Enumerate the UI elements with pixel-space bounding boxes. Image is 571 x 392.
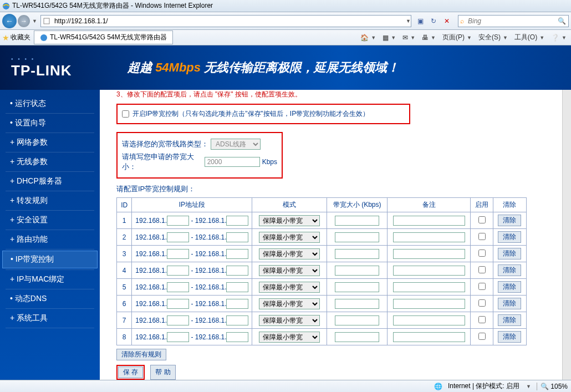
mode-select[interactable]: 保障最小带宽 — [259, 315, 320, 326]
url-dropdown-icon[interactable]: ▼ — [406, 18, 411, 24]
mode-select[interactable]: 保障最小带宽 — [259, 215, 320, 226]
ip-end-input[interactable] — [226, 282, 248, 292]
sidebar-item-7[interactable]: + 路由功能 — [0, 231, 100, 248]
bandwidth-row-input[interactable] — [335, 266, 379, 276]
enable-row-checkbox[interactable] — [478, 266, 486, 273]
enable-row-checkbox[interactable] — [478, 283, 486, 290]
bandwidth-input[interactable] — [205, 157, 260, 167]
search-box[interactable]: ⌕ 🔍 — [458, 15, 569, 27]
ip-start-input[interactable] — [167, 282, 189, 292]
clear-row-button[interactable]: 清除 — [498, 298, 521, 309]
bandwidth-row-input[interactable] — [335, 232, 379, 242]
url-input[interactable] — [52, 17, 405, 25]
enable-row-checkbox[interactable] — [478, 250, 486, 257]
print-button[interactable]: 🖶▼ — [420, 33, 438, 43]
bandwidth-row-input[interactable] — [335, 332, 379, 342]
sidebar-item-1[interactable]: • 设置向导 — [0, 115, 100, 131]
remark-input[interactable] — [393, 216, 465, 226]
clear-row-button[interactable]: 清除 — [498, 248, 521, 259]
save-button[interactable]: 保 存 — [118, 366, 143, 378]
sidebar-item-2[interactable]: + 网络参数 — [0, 134, 100, 151]
clear-all-button[interactable]: 清除所有规则 — [116, 349, 166, 360]
ip-end-input[interactable] — [226, 266, 248, 276]
clear-row-button[interactable]: 清除 — [498, 331, 521, 343]
mode-select[interactable]: 保障最小带宽 — [259, 332, 320, 343]
favorites-star-icon[interactable]: ★ — [2, 33, 9, 42]
bandwidth-row-input[interactable] — [335, 216, 379, 226]
zoom-level[interactable]: 🔍 105% — [537, 383, 568, 390]
ip-end-input[interactable] — [226, 232, 248, 242]
sidebar-item-10[interactable]: • 动态DNS — [0, 291, 100, 307]
enable-row-checkbox[interactable] — [478, 216, 486, 223]
help-button[interactable]: ❔▼ — [549, 33, 569, 43]
sidebar-item-0[interactable]: • 运行状态 — [0, 95, 100, 112]
remark-input[interactable] — [393, 299, 465, 309]
ip-start-input[interactable] — [167, 216, 189, 226]
forward-button[interactable]: → — [18, 15, 30, 27]
ip-end-input[interactable] — [226, 332, 248, 342]
favorites-label[interactable]: 收藏夹 — [11, 33, 30, 42]
search-go-icon[interactable]: 🔍 — [558, 17, 566, 25]
enable-row-checkbox[interactable] — [478, 233, 486, 240]
mode-select[interactable]: 保障最小带宽 — [259, 282, 320, 293]
nav-history-dropdown[interactable]: ▼ — [32, 18, 37, 24]
feeds-button[interactable]: ▦▼ — [380, 33, 398, 43]
safety-menu[interactable]: 安全(S)▼ — [476, 32, 510, 43]
sidebar-item-11[interactable]: + 系统工具 — [0, 310, 100, 327]
ip-end-input[interactable] — [226, 299, 248, 309]
clear-row-button[interactable]: 清除 — [498, 264, 521, 276]
remark-input[interactable] — [393, 232, 465, 242]
ip-start-input[interactable] — [167, 249, 189, 259]
bandwidth-row-input[interactable] — [335, 315, 379, 325]
mode-select[interactable]: 保障最小带宽 — [259, 232, 320, 243]
clear-row-button[interactable]: 清除 — [498, 314, 521, 326]
stop-icon[interactable]: ✕ — [441, 16, 452, 27]
enable-row-checkbox[interactable] — [478, 299, 486, 307]
refresh-icon[interactable]: ↻ — [428, 16, 439, 27]
search-input[interactable] — [466, 17, 555, 25]
bandwidth-row-input[interactable] — [335, 282, 379, 292]
ip-start-input[interactable] — [167, 299, 189, 309]
browser-tab[interactable]: TL-WR541G/542G 54M无线宽带路由器 — [34, 30, 173, 44]
compat-view-icon[interactable]: ▣ — [415, 16, 426, 27]
clear-row-button[interactable]: 清除 — [498, 215, 521, 226]
sidebar-item-3[interactable]: + 无线参数 — [0, 154, 100, 170]
remark-input[interactable] — [393, 249, 465, 259]
remark-input[interactable] — [393, 332, 465, 342]
sidebar-item-5[interactable]: + 转发规则 — [0, 192, 100, 209]
ip-start-input[interactable] — [167, 315, 189, 325]
ip-start-input[interactable] — [167, 332, 189, 342]
enable-ip-qos-checkbox[interactable] — [122, 110, 129, 118]
ip-start-input[interactable] — [167, 232, 189, 242]
clear-row-button[interactable]: 清除 — [498, 231, 521, 243]
home-button[interactable]: 🏠▼ — [358, 33, 378, 43]
content-scrollbar[interactable] — [562, 90, 571, 389]
back-button[interactable]: ← — [2, 14, 17, 28]
sidebar-item-9[interactable]: + IP与MAC绑定 — [0, 271, 100, 288]
sidebar-item-4[interactable]: + DHCP服务器 — [0, 173, 100, 190]
page-menu[interactable]: 页面(P)▼ — [440, 32, 474, 43]
bandwidth-row-input[interactable] — [335, 299, 379, 309]
mail-button[interactable]: ✉▼ — [400, 33, 417, 43]
address-bar[interactable]: ▼ — [40, 15, 411, 27]
tools-menu[interactable]: 工具(O)▼ — [512, 32, 547, 43]
remark-input[interactable] — [393, 282, 465, 292]
clear-row-button[interactable]: 清除 — [498, 281, 521, 293]
ip-end-input[interactable] — [226, 315, 248, 325]
enable-row-checkbox[interactable] — [478, 333, 486, 340]
enable-row-checkbox[interactable] — [478, 316, 486, 323]
sidebar-item-8[interactable]: • IP带宽控制 — [2, 251, 98, 268]
ip-end-input[interactable] — [226, 216, 248, 226]
ip-start-input[interactable] — [167, 266, 189, 276]
remark-input[interactable] — [393, 266, 465, 276]
bandwidth-row-input[interactable] — [335, 249, 379, 259]
mode-select[interactable]: 保障最小带宽 — [259, 265, 320, 276]
mode-select[interactable]: 保障最小带宽 — [259, 298, 320, 309]
ip-end-input[interactable] — [226, 249, 248, 259]
line-type-select[interactable]: ADSL线路 — [211, 139, 261, 150]
sidebar-item-6[interactable]: + 安全设置 — [0, 212, 100, 228]
mode-select[interactable]: 保障最小带宽 — [259, 248, 320, 259]
help-button-page[interactable]: 帮 助 — [150, 365, 175, 380]
protected-mode-dropdown[interactable]: ▼ — [526, 384, 531, 389]
remark-input[interactable] — [393, 315, 465, 325]
